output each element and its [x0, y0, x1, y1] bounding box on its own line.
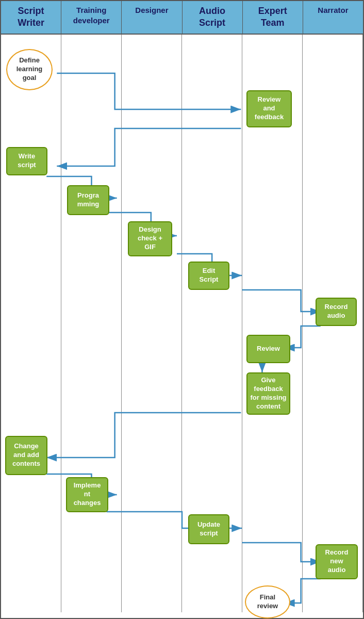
design-check-box: Design check + GIF — [128, 221, 172, 256]
header-audio-script: AudioScript — [183, 1, 243, 34]
give-feedback-box: Give feedback for missing content — [246, 372, 290, 415]
change-add-contents-box: Change and add contents — [5, 436, 47, 475]
review-box: Review — [246, 335, 290, 363]
header-narrator: Narrator — [303, 1, 363, 34]
header-script-writer: ScriptWriter — [1, 1, 61, 34]
header-training-developer: Trainingdeveloper — [61, 1, 122, 34]
lane-script-writer — [1, 35, 61, 612]
record-audio-box: Record audio — [316, 298, 357, 326]
record-new-audio-box: Record new audio — [316, 544, 358, 579]
edit-script-box: Edit Script — [188, 262, 229, 290]
define-learning-goal-box: Define learning goal — [6, 49, 53, 90]
programming-box: Progra mming — [67, 185, 109, 215]
final-review-box: Final review — [245, 585, 290, 618]
header-expert-team: ExpertTeam — [243, 1, 303, 34]
implement-changes-box: Impleme nt changes — [66, 477, 108, 512]
swimlane-body: Define learning goal Review and feedback… — [1, 35, 363, 612]
header-row: ScriptWriter Trainingdeveloper Designer … — [1, 1, 363, 35]
write-script-box: Write script — [6, 147, 47, 175]
diagram-container: ScriptWriter Trainingdeveloper Designer … — [0, 0, 364, 619]
lane-designer — [122, 35, 182, 612]
update-script-box: Update script — [188, 514, 229, 544]
lane-training-developer — [61, 35, 122, 612]
header-designer: Designer — [122, 1, 182, 34]
review-feedback-box: Review and feedback — [246, 90, 292, 127]
